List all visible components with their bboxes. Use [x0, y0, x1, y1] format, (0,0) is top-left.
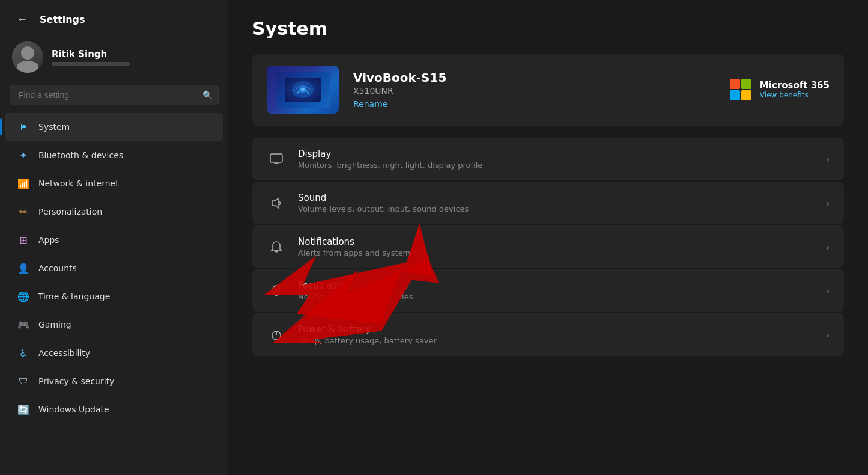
microsoft365-text: Microsoft 365 View benefits [760, 80, 830, 99]
sidebar-item-bluetooth[interactable]: ✦ Bluetooth & devices [5, 141, 223, 169]
system-icon: 🖥 [17, 120, 30, 133]
sidebar-item-update[interactable]: 🔄 Windows Update [5, 396, 223, 423]
sidebar-item-time[interactable]: 🌐 Time & language [5, 283, 223, 310]
notifications-text: Notifications Alerts from apps and syste… [298, 236, 814, 257]
sound-desc: Volume levels, output, input, sound devi… [298, 204, 814, 213]
sidebar-item-gaming[interactable]: 🎮 Gaming [5, 311, 223, 339]
display-text: Display Monitors, brightness, night ligh… [298, 149, 814, 170]
sidebar-item-label: Apps [38, 235, 59, 245]
sidebar-item-label: Network & internet [38, 179, 119, 188]
sidebar-item-label: Personalization [38, 207, 102, 216]
ms365-square-green [741, 79, 751, 89]
user-info: Ritik Singh [52, 49, 130, 66]
power-title: Power & battery [298, 324, 814, 335]
update-icon: 🔄 [17, 403, 30, 416]
device-name: VivoBook-S15 [353, 70, 715, 85]
sound-text: Sound Volume levels, output, input, soun… [298, 192, 814, 213]
ms365-square-yellow [741, 90, 751, 100]
bluetooth-icon: ✦ [17, 149, 30, 162]
page-title: System [252, 18, 844, 39]
notifications-desc: Alerts from apps and system [298, 248, 814, 257]
nav-list: 🖥 System ✦ Bluetooth & devices 📶 Network… [0, 112, 228, 475]
avatar [12, 41, 43, 73]
power-desc: Sleep, battery usage, battery saver [298, 336, 814, 345]
gaming-icon: 🎮 [17, 318, 30, 331]
microsoft365-subtitle[interactable]: View benefits [760, 91, 830, 99]
display-icon [267, 150, 286, 169]
device-rename[interactable]: Rename [353, 99, 715, 109]
accounts-icon: 👤 [17, 262, 30, 275]
sound-icon [267, 194, 286, 213]
search-box: 🔍 [10, 85, 219, 105]
svg-marker-7 [272, 198, 278, 208]
svg-point-8 [275, 289, 278, 292]
apps-icon: ⊞ [17, 233, 30, 247]
sidebar: ← Settings Ritik Singh 🔍 🖥 System ✦ Blue… [0, 0, 228, 475]
settings-item-focus[interactable]: Focus assist Notifications, automatic ru… [252, 269, 844, 312]
user-profile[interactable]: Ritik Singh [0, 34, 228, 82]
svg-point-3 [301, 88, 305, 91]
sidebar-item-network[interactable]: 📶 Network & internet [5, 170, 223, 197]
sound-chevron: › [826, 198, 830, 208]
device-info: VivoBook-S15 X510UNR Rename [353, 70, 715, 109]
focus-desc: Notifications, automatic rules [298, 292, 814, 301]
sidebar-item-apps[interactable]: ⊞ Apps [5, 226, 223, 254]
power-text: Power & battery Sleep, battery usage, ba… [298, 324, 814, 345]
display-chevron: › [826, 155, 830, 164]
microsoft365-title: Microsoft 365 [760, 80, 830, 91]
focus-icon [267, 281, 286, 301]
user-name: Ritik Singh [52, 49, 130, 60]
device-model: X510UNR [353, 86, 715, 96]
sidebar-item-accessibility[interactable]: ♿ Accessibility [5, 339, 223, 367]
user-bar [52, 62, 130, 66]
privacy-icon: 🛡 [17, 375, 30, 388]
main-content: System [228, 0, 868, 475]
search-input[interactable] [10, 85, 219, 105]
sidebar-item-system[interactable]: 🖥 System [5, 113, 223, 141]
sidebar-item-label: Accessibility [38, 348, 90, 358]
device-image-inner [276, 72, 330, 108]
microsoft365-section: Microsoft 365 View benefits [730, 79, 830, 100]
power-chevron: › [826, 330, 830, 340]
sidebar-item-label: Time & language [38, 292, 110, 301]
sidebar-item-label: Accounts [38, 263, 77, 273]
sidebar-item-privacy[interactable]: 🛡 Privacy & security [5, 367, 223, 395]
focus-text: Focus assist Notifications, automatic ru… [298, 280, 814, 301]
settings-item-notifications[interactable]: Notifications Alerts from apps and syste… [252, 225, 844, 268]
sidebar-item-label: System [38, 122, 70, 132]
network-icon: 📶 [17, 177, 30, 190]
settings-list: Display Monitors, brightness, night ligh… [252, 138, 844, 356]
sidebar-item-accounts[interactable]: 👤 Accounts [5, 254, 223, 282]
accessibility-icon: ♿ [17, 346, 30, 360]
device-image [267, 66, 339, 114]
sidebar-item-label: Windows Update [38, 405, 109, 414]
ms365-square-blue [730, 90, 740, 100]
time-icon: 🌐 [17, 290, 30, 303]
notifications-chevron: › [826, 242, 830, 252]
microsoft365-logo [730, 79, 751, 100]
sidebar-title: Settings [40, 14, 85, 25]
focus-chevron: › [826, 286, 830, 296]
sidebar-item-label: Gaming [38, 320, 71, 329]
settings-item-power[interactable]: Power & battery Sleep, battery usage, ba… [252, 313, 844, 356]
notifications-title: Notifications [298, 236, 814, 247]
display-title: Display [298, 149, 814, 159]
sidebar-item-label: Bluetooth & devices [38, 150, 123, 160]
personalization-icon: ✏ [17, 205, 30, 218]
sidebar-item-personalization[interactable]: ✏ Personalization [5, 198, 223, 225]
power-icon [267, 325, 286, 345]
avatar-image [12, 41, 43, 73]
settings-item-display[interactable]: Display Monitors, brightness, night ligh… [252, 138, 844, 180]
sidebar-item-label: Privacy & security [38, 376, 114, 386]
focus-title: Focus assist [298, 280, 814, 291]
windows-wallpaper-svg [285, 78, 321, 102]
display-desc: Monitors, brightness, night light, displ… [298, 161, 814, 170]
svg-rect-4 [270, 154, 282, 162]
sound-title: Sound [298, 192, 814, 203]
notifications-icon [267, 238, 286, 257]
sidebar-header: ← Settings [0, 0, 228, 34]
device-card: VivoBook-S15 X510UNR Rename Microsoft 36… [252, 54, 844, 126]
back-button[interactable]: ← [12, 11, 32, 28]
ms365-square-red [730, 79, 740, 89]
settings-item-sound[interactable]: Sound Volume levels, output, input, soun… [252, 182, 844, 224]
